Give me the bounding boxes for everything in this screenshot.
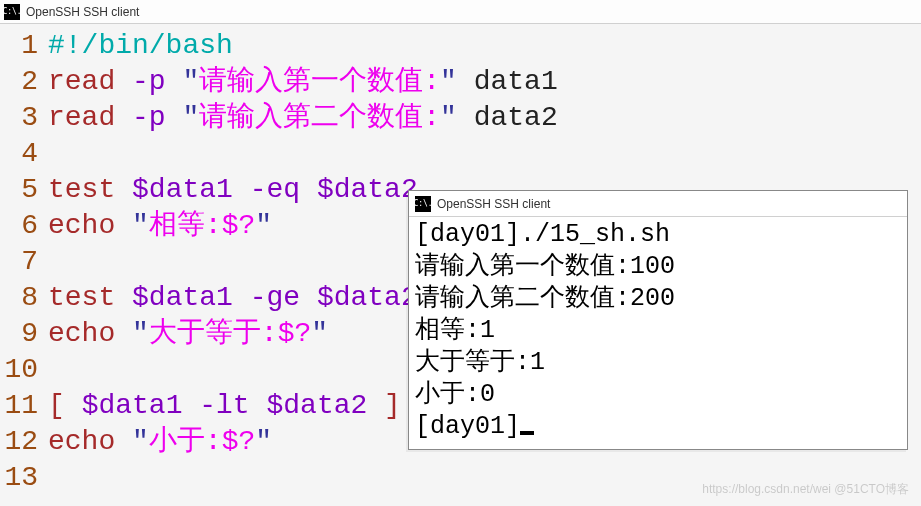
code-content[interactable] xyxy=(48,136,921,172)
code-token: $data2 xyxy=(266,390,367,421)
code-token: data1 xyxy=(457,66,558,97)
code-token: " xyxy=(132,318,149,349)
cursor-icon xyxy=(520,431,534,435)
code-token: " xyxy=(311,318,328,349)
code-content[interactable]: read -p "请输入第二个数值:" data2 xyxy=(48,100,921,136)
code-token: " xyxy=(182,102,199,133)
line-number: 12 xyxy=(0,424,48,460)
code-token xyxy=(115,318,132,349)
terminal-line: [day01] xyxy=(415,411,901,443)
terminal-icon: C:\. xyxy=(4,4,20,20)
code-token xyxy=(115,210,132,241)
main-window-titlebar[interactable]: C:\. OpenSSH SSH client xyxy=(0,0,921,24)
code-token: " xyxy=(132,210,149,241)
line-number: 6 xyxy=(0,208,48,244)
code-token: -p xyxy=(115,66,182,97)
terminal-titlebar[interactable]: C:\. OpenSSH SSH client xyxy=(409,191,907,217)
terminal-icon: C:\. xyxy=(415,196,431,212)
terminal-line: 相等:1 xyxy=(415,315,901,347)
line-number: 10 xyxy=(0,352,48,388)
code-token: " xyxy=(182,66,199,97)
terminal-line: [day01]./15_sh.sh xyxy=(415,219,901,251)
code-token: " xyxy=(255,210,272,241)
code-token: 相等:$? xyxy=(149,210,255,241)
code-line[interactable]: 1#!/bin/bash xyxy=(0,28,921,64)
code-token: echo xyxy=(48,318,115,349)
code-token: 大于等于:$? xyxy=(149,318,311,349)
code-line[interactable]: 4 xyxy=(0,136,921,172)
code-token: " xyxy=(440,102,457,133)
code-token: read xyxy=(48,66,115,97)
code-token: 小于:$? xyxy=(149,426,255,457)
code-token: echo xyxy=(48,426,115,457)
code-token: -p xyxy=(115,102,182,133)
line-number: 4 xyxy=(0,136,48,172)
code-token xyxy=(115,426,132,457)
window-title: OpenSSH SSH client xyxy=(26,5,139,19)
line-number: 11 xyxy=(0,388,48,424)
code-token: " xyxy=(132,426,149,457)
code-token: test xyxy=(48,174,115,205)
code-token: -ge xyxy=(233,282,317,313)
code-token xyxy=(65,390,82,421)
code-token: [ xyxy=(48,390,65,421)
code-line[interactable]: 3read -p "请输入第二个数值:" data2 xyxy=(0,100,921,136)
code-token xyxy=(367,390,384,421)
code-token: $data1 xyxy=(132,174,233,205)
line-number: 9 xyxy=(0,316,48,352)
code-token: $data1 xyxy=(132,282,233,313)
line-number: 3 xyxy=(0,100,48,136)
terminal-window[interactable]: C:\. OpenSSH SSH client [day01]./15_sh.s… xyxy=(408,190,908,450)
terminal-line: 小于:0 xyxy=(415,379,901,411)
terminal-title: OpenSSH SSH client xyxy=(437,197,550,211)
terminal-output: [day01]./15_sh.sh请输入第一个数值:100请输入第二个数值:20… xyxy=(409,217,907,449)
code-token: $data2 xyxy=(317,174,418,205)
code-token: test xyxy=(48,282,115,313)
code-token: ] xyxy=(384,390,401,421)
code-token: -lt xyxy=(182,390,266,421)
code-token: " xyxy=(255,426,272,457)
code-token: read xyxy=(48,102,115,133)
line-number: 8 xyxy=(0,280,48,316)
line-number: 13 xyxy=(0,460,48,496)
code-line[interactable]: 2read -p "请输入第一个数值:" data1 xyxy=(0,64,921,100)
code-content[interactable]: #!/bin/bash xyxy=(48,28,921,64)
terminal-line: 请输入第二个数值:200 xyxy=(415,283,901,315)
code-token: $data1 xyxy=(82,390,183,421)
code-token: 请输入第二个数值: xyxy=(199,102,440,133)
line-number: 2 xyxy=(0,64,48,100)
code-token: $data2 xyxy=(317,282,418,313)
line-number: 5 xyxy=(0,172,48,208)
code-token: -eq xyxy=(233,174,317,205)
code-token xyxy=(115,282,132,313)
line-number: 1 xyxy=(0,28,48,64)
code-token: " xyxy=(440,66,457,97)
code-content[interactable]: read -p "请输入第一个数值:" data1 xyxy=(48,64,921,100)
terminal-line: 请输入第一个数值:100 xyxy=(415,251,901,283)
code-token xyxy=(115,174,132,205)
terminal-line: 大于等于:1 xyxy=(415,347,901,379)
code-token: #!/bin/bash xyxy=(48,30,233,61)
watermark: https://blog.csdn.net/wei @51CTO博客 xyxy=(702,481,909,498)
code-token: data2 xyxy=(457,102,558,133)
code-token: echo xyxy=(48,210,115,241)
line-number: 7 xyxy=(0,244,48,280)
code-token: 请输入第一个数值: xyxy=(199,66,440,97)
